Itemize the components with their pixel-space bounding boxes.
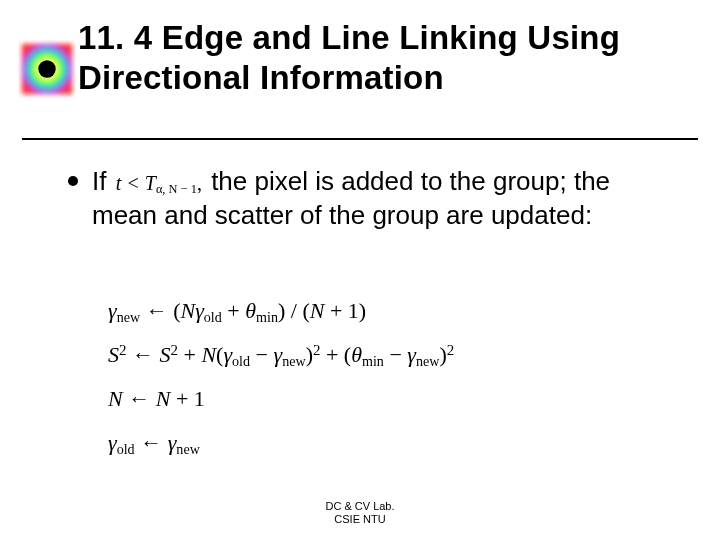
bullet-text: If t < Tα, N − 1, the pixel is added to … bbox=[92, 164, 676, 233]
eq1-N: N bbox=[180, 298, 195, 323]
eq1-N2: N bbox=[310, 298, 325, 323]
eq2-g1s: old bbox=[232, 353, 250, 369]
eq2-g2: γ bbox=[274, 342, 283, 367]
eq3-tail: + 1 bbox=[170, 386, 204, 411]
equation-1: γnew ← (Nγold + θmin) / (N + 1) bbox=[108, 292, 454, 330]
eq2-plus2: + ( bbox=[320, 342, 351, 367]
eq2-plus: + bbox=[178, 342, 201, 367]
equation-3: N ← N + 1 bbox=[108, 380, 454, 417]
eq4-g2s: new bbox=[176, 441, 199, 457]
eq2-close2-sup: 2 bbox=[447, 342, 454, 358]
eq1-gamma: γ bbox=[108, 298, 117, 323]
eq2-theta: θ bbox=[351, 342, 362, 367]
svg-point-1 bbox=[38, 60, 55, 77]
equation-2: S2 ← S2 + N(γold − γnew)2 + (θmin − γnew… bbox=[108, 336, 454, 374]
math-t: t < T bbox=[116, 172, 156, 194]
eq2-sup2: 2 bbox=[170, 342, 177, 358]
eq2-g2s: new bbox=[282, 353, 305, 369]
eq1-sub3: min bbox=[256, 309, 278, 325]
eq1-sub2: old bbox=[204, 309, 222, 325]
eq1-tail: + 1) bbox=[324, 298, 366, 323]
eq3-N: N bbox=[108, 386, 123, 411]
eq2-S2: S bbox=[159, 342, 170, 367]
eq1-theta: θ bbox=[245, 298, 256, 323]
eq2-g3s: new bbox=[416, 353, 439, 369]
eq3-arrow: ← bbox=[123, 386, 156, 411]
slide-title-wrap: 11. 4 Edge and Line Linking Using Direct… bbox=[78, 18, 704, 99]
eq2-minus2: − bbox=[384, 342, 407, 367]
eq4-g1s: old bbox=[117, 441, 135, 457]
slide-body: If t < Tα, N − 1, the pixel is added to … bbox=[68, 164, 676, 233]
eq4-arrow: ← bbox=[135, 430, 168, 455]
eq2-g3: γ bbox=[407, 342, 416, 367]
footer-line-2: CSIE NTU bbox=[0, 513, 720, 526]
eq4-g1: γ bbox=[108, 430, 117, 455]
eq2-S: S bbox=[108, 342, 119, 367]
eq1-plus: + bbox=[222, 298, 245, 323]
eq2-close2: ) bbox=[439, 342, 446, 367]
slide: 11. 4 Edge and Line Linking Using Direct… bbox=[0, 0, 720, 540]
eq2-N: N bbox=[201, 342, 216, 367]
slide-logo bbox=[18, 40, 76, 98]
eq3-N2: N bbox=[156, 386, 171, 411]
inline-math: t < Tα, N − 1, bbox=[114, 170, 204, 198]
eq2-g1: γ bbox=[223, 342, 232, 367]
math-t-sub: α, N − 1 bbox=[156, 182, 197, 196]
title-underline bbox=[22, 138, 698, 140]
footer-line-1: DC & CV Lab. bbox=[0, 500, 720, 513]
eq2-arrow: ← bbox=[126, 342, 159, 367]
slide-title: 11. 4 Edge and Line Linking Using Direct… bbox=[78, 18, 704, 99]
eq2-minus: − bbox=[250, 342, 273, 367]
bullet-dot-icon bbox=[68, 176, 78, 186]
equation-4: γold ← γnew bbox=[108, 424, 454, 462]
eq1-gamma2: γ bbox=[195, 298, 204, 323]
eq2-theta-s: min bbox=[362, 353, 384, 369]
bullet-before: If bbox=[92, 166, 106, 196]
bullet-item: If t < Tα, N − 1, the pixel is added to … bbox=[68, 164, 676, 233]
slide-footer: DC & CV Lab. CSIE NTU bbox=[0, 500, 720, 526]
eq2-close: ) bbox=[306, 342, 313, 367]
eq1-sub: new bbox=[117, 309, 140, 325]
equation-block: γnew ← (Nγold + θmin) / (N + 1) S2 ← S2 … bbox=[108, 292, 454, 468]
eq1-close: ) / ( bbox=[278, 298, 310, 323]
eq1-arrow: ← ( bbox=[140, 298, 180, 323]
math-tail: , bbox=[197, 172, 202, 194]
